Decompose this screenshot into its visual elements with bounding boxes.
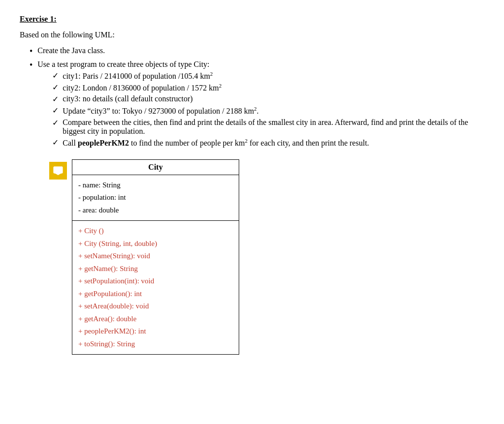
- bullet-item-1: • Create the Java class.: [30, 46, 484, 57]
- method-7: + setArea(double): void: [78, 300, 233, 313]
- method-2: + City (String, int, double): [78, 238, 233, 250]
- check-content-6: Call peoplePerKM2 to find the number of …: [63, 138, 484, 148]
- check-item-4: ✓ Update “city3” to: Tokyo / 9273000 of …: [52, 106, 484, 116]
- check-symbol-3: ✓: [52, 94, 59, 104]
- bullet-item-2: • Use a test program to create three obj…: [30, 60, 484, 150]
- attr-1: - name: String: [78, 179, 233, 192]
- method-9: + peoplePerKM2(): int: [78, 325, 233, 338]
- bold-method-name: peoplePerKM2: [78, 139, 129, 147]
- method-5: + setPopulation(int): void: [78, 275, 233, 288]
- attr-3: - area: double: [78, 204, 233, 217]
- method-6: + getPopulation(): int: [78, 288, 233, 301]
- check-item-5: ✓ Compare between the cities, then find …: [52, 118, 484, 136]
- message-icon: [53, 166, 63, 176]
- bullet-symbol-1: •: [30, 46, 32, 57]
- attr-2: - population: int: [78, 191, 233, 204]
- check-content-1: city1: Paris / 2141000 of population /10…: [63, 71, 484, 81]
- bullet-symbol-2: •: [30, 60, 32, 71]
- bullet-content-1: Create the Java class.: [37, 46, 484, 55]
- uml-class-name: City: [72, 159, 239, 175]
- check-item-3: ✓ city3: no details (call default constr…: [52, 94, 484, 104]
- check-item-6: ✓ Call peoplePerKM2 to find the number o…: [52, 138, 484, 148]
- intro-text: Based on the following UML:: [20, 30, 484, 39]
- check-symbol-2: ✓: [52, 83, 59, 92]
- exercise-title: Exercise 1:: [20, 15, 484, 24]
- main-bullet-list: • Create the Java class. • Use a test pr…: [20, 46, 484, 150]
- check-content-4: Update “city3” to: Tokyo / 9273000 of po…: [63, 106, 484, 116]
- uml-class-table: City - name: String - population: int - …: [72, 159, 239, 355]
- check-content-3: city3: no details (call default construc…: [63, 94, 484, 103]
- uml-attributes-row: - name: String - population: int - area:…: [72, 175, 239, 221]
- check-list: ✓ city1: Paris / 2141000 of population /…: [37, 71, 484, 148]
- uml-diagram-container: City - name: String - population: int - …: [49, 159, 484, 355]
- method-4: + getName(): String: [78, 263, 233, 275]
- method-10: + toString(): String: [78, 338, 233, 351]
- check-content-5: Compare between the cities, then find an…: [63, 118, 484, 136]
- uml-attributes: - name: String - population: int - area:…: [72, 175, 239, 221]
- check-item-1: ✓ city1: Paris / 2141000 of population /…: [52, 71, 484, 81]
- uml-methods: + City () + City (String, int, double) +…: [72, 221, 239, 355]
- check-symbol-4: ✓: [52, 106, 59, 115]
- method-8: + getArea(): double: [78, 313, 233, 326]
- check-symbol-1: ✓: [52, 71, 59, 80]
- uml-class-name-row: City: [72, 159, 239, 175]
- check-item-2: ✓ city2: London / 8136000 of population …: [52, 83, 484, 92]
- uml-class-icon: [49, 162, 67, 180]
- check-symbol-6: ✓: [52, 138, 59, 147]
- check-symbol-5: ✓: [52, 118, 59, 127]
- method-3: + setName(String): void: [78, 250, 233, 263]
- check-content-2: city2: London / 8136000 of population / …: [63, 83, 484, 92]
- uml-methods-row: + City () + City (String, int, double) +…: [72, 221, 239, 355]
- method-1: + City (): [78, 225, 233, 238]
- bullet-content-2: Use a test program to create three objec…: [37, 60, 484, 150]
